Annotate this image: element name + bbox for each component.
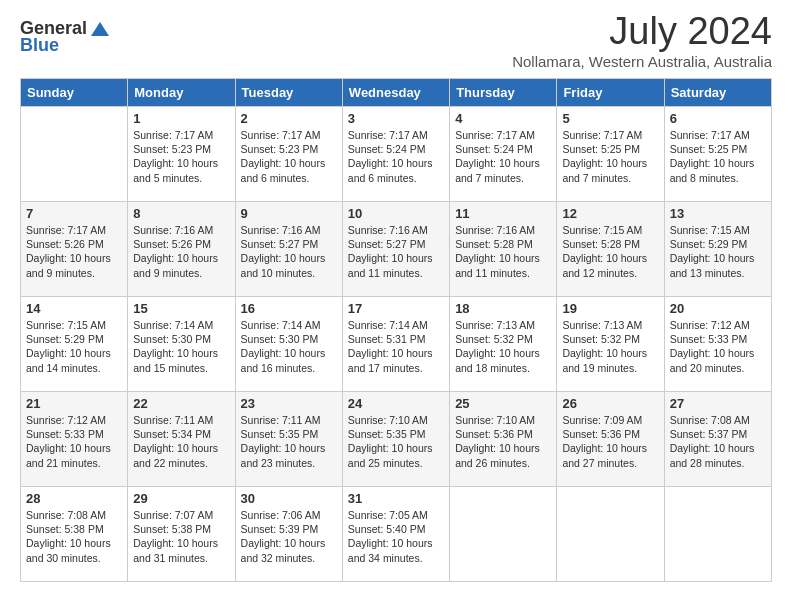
day-number: 7	[26, 206, 122, 221]
day-number: 20	[670, 301, 766, 316]
weekday-header-wednesday: Wednesday	[342, 79, 449, 107]
calendar-cell: 13Sunrise: 7:15 AMSunset: 5:29 PMDayligh…	[664, 202, 771, 297]
calendar-cell: 1Sunrise: 7:17 AMSunset: 5:23 PMDaylight…	[128, 107, 235, 202]
day-number: 8	[133, 206, 229, 221]
calendar-cell: 7Sunrise: 7:17 AMSunset: 5:26 PMDaylight…	[21, 202, 128, 297]
day-info: Sunrise: 7:14 AMSunset: 5:31 PMDaylight:…	[348, 318, 444, 375]
day-number: 17	[348, 301, 444, 316]
day-info: Sunrise: 7:08 AMSunset: 5:38 PMDaylight:…	[26, 508, 122, 565]
day-info: Sunrise: 7:16 AMSunset: 5:27 PMDaylight:…	[348, 223, 444, 280]
day-number: 29	[133, 491, 229, 506]
day-info: Sunrise: 7:12 AMSunset: 5:33 PMDaylight:…	[670, 318, 766, 375]
calendar-cell: 8Sunrise: 7:16 AMSunset: 5:26 PMDaylight…	[128, 202, 235, 297]
calendar-cell: 2Sunrise: 7:17 AMSunset: 5:23 PMDaylight…	[235, 107, 342, 202]
day-info: Sunrise: 7:17 AMSunset: 5:24 PMDaylight:…	[455, 128, 551, 185]
day-number: 25	[455, 396, 551, 411]
calendar-cell: 21Sunrise: 7:12 AMSunset: 5:33 PMDayligh…	[21, 392, 128, 487]
calendar-cell: 4Sunrise: 7:17 AMSunset: 5:24 PMDaylight…	[450, 107, 557, 202]
weekday-header-friday: Friday	[557, 79, 664, 107]
calendar-table: SundayMondayTuesdayWednesdayThursdayFrid…	[20, 78, 772, 582]
calendar-week-row: 1Sunrise: 7:17 AMSunset: 5:23 PMDaylight…	[21, 107, 772, 202]
day-info: Sunrise: 7:12 AMSunset: 5:33 PMDaylight:…	[26, 413, 122, 470]
day-info: Sunrise: 7:14 AMSunset: 5:30 PMDaylight:…	[241, 318, 337, 375]
calendar-cell: 9Sunrise: 7:16 AMSunset: 5:27 PMDaylight…	[235, 202, 342, 297]
calendar-cell: 19Sunrise: 7:13 AMSunset: 5:32 PMDayligh…	[557, 297, 664, 392]
day-info: Sunrise: 7:14 AMSunset: 5:30 PMDaylight:…	[133, 318, 229, 375]
calendar-cell: 31Sunrise: 7:05 AMSunset: 5:40 PMDayligh…	[342, 487, 449, 582]
location-subtitle: Nollamara, Western Australia, Australia	[512, 53, 772, 70]
day-info: Sunrise: 7:05 AMSunset: 5:40 PMDaylight:…	[348, 508, 444, 565]
calendar-cell: 27Sunrise: 7:08 AMSunset: 5:37 PMDayligh…	[664, 392, 771, 487]
calendar-week-row: 28Sunrise: 7:08 AMSunset: 5:38 PMDayligh…	[21, 487, 772, 582]
calendar-cell: 25Sunrise: 7:10 AMSunset: 5:36 PMDayligh…	[450, 392, 557, 487]
logo: General Blue	[20, 10, 113, 56]
day-number: 28	[26, 491, 122, 506]
day-number: 26	[562, 396, 658, 411]
calendar-week-row: 14Sunrise: 7:15 AMSunset: 5:29 PMDayligh…	[21, 297, 772, 392]
header: General Blue July 2024 Nollamara, Wester…	[20, 10, 772, 70]
weekday-header-tuesday: Tuesday	[235, 79, 342, 107]
title-area: July 2024 Nollamara, Western Australia, …	[512, 10, 772, 70]
calendar-cell	[21, 107, 128, 202]
day-number: 31	[348, 491, 444, 506]
calendar-cell: 3Sunrise: 7:17 AMSunset: 5:24 PMDaylight…	[342, 107, 449, 202]
day-info: Sunrise: 7:16 AMSunset: 5:28 PMDaylight:…	[455, 223, 551, 280]
weekday-header-saturday: Saturday	[664, 79, 771, 107]
calendar-cell: 6Sunrise: 7:17 AMSunset: 5:25 PMDaylight…	[664, 107, 771, 202]
month-title: July 2024	[512, 10, 772, 53]
day-info: Sunrise: 7:07 AMSunset: 5:38 PMDaylight:…	[133, 508, 229, 565]
calendar-cell: 24Sunrise: 7:10 AMSunset: 5:35 PMDayligh…	[342, 392, 449, 487]
day-info: Sunrise: 7:11 AMSunset: 5:34 PMDaylight:…	[133, 413, 229, 470]
calendar-cell: 10Sunrise: 7:16 AMSunset: 5:27 PMDayligh…	[342, 202, 449, 297]
day-info: Sunrise: 7:13 AMSunset: 5:32 PMDaylight:…	[455, 318, 551, 375]
day-number: 27	[670, 396, 766, 411]
calendar-cell	[664, 487, 771, 582]
day-info: Sunrise: 7:06 AMSunset: 5:39 PMDaylight:…	[241, 508, 337, 565]
day-number: 11	[455, 206, 551, 221]
day-number: 19	[562, 301, 658, 316]
calendar-cell: 15Sunrise: 7:14 AMSunset: 5:30 PMDayligh…	[128, 297, 235, 392]
calendar-cell: 29Sunrise: 7:07 AMSunset: 5:38 PMDayligh…	[128, 487, 235, 582]
day-number: 14	[26, 301, 122, 316]
weekday-header-monday: Monday	[128, 79, 235, 107]
day-number: 13	[670, 206, 766, 221]
weekday-header-sunday: Sunday	[21, 79, 128, 107]
day-info: Sunrise: 7:13 AMSunset: 5:32 PMDaylight:…	[562, 318, 658, 375]
day-info: Sunrise: 7:10 AMSunset: 5:35 PMDaylight:…	[348, 413, 444, 470]
day-info: Sunrise: 7:17 AMSunset: 5:26 PMDaylight:…	[26, 223, 122, 280]
day-number: 10	[348, 206, 444, 221]
day-info: Sunrise: 7:16 AMSunset: 5:26 PMDaylight:…	[133, 223, 229, 280]
day-number: 22	[133, 396, 229, 411]
day-number: 9	[241, 206, 337, 221]
calendar-header-row: SundayMondayTuesdayWednesdayThursdayFrid…	[21, 79, 772, 107]
day-info: Sunrise: 7:17 AMSunset: 5:24 PMDaylight:…	[348, 128, 444, 185]
calendar-cell: 28Sunrise: 7:08 AMSunset: 5:38 PMDayligh…	[21, 487, 128, 582]
logo-icon	[89, 20, 111, 38]
day-number: 24	[348, 396, 444, 411]
day-number: 4	[455, 111, 551, 126]
day-number: 15	[133, 301, 229, 316]
day-number: 3	[348, 111, 444, 126]
day-number: 5	[562, 111, 658, 126]
day-number: 30	[241, 491, 337, 506]
calendar-cell: 30Sunrise: 7:06 AMSunset: 5:39 PMDayligh…	[235, 487, 342, 582]
day-number: 6	[670, 111, 766, 126]
day-number: 16	[241, 301, 337, 316]
svg-marker-0	[91, 22, 109, 36]
calendar-cell: 12Sunrise: 7:15 AMSunset: 5:28 PMDayligh…	[557, 202, 664, 297]
day-info: Sunrise: 7:10 AMSunset: 5:36 PMDaylight:…	[455, 413, 551, 470]
day-info: Sunrise: 7:17 AMSunset: 5:23 PMDaylight:…	[241, 128, 337, 185]
day-info: Sunrise: 7:15 AMSunset: 5:29 PMDaylight:…	[26, 318, 122, 375]
calendar-cell: 16Sunrise: 7:14 AMSunset: 5:30 PMDayligh…	[235, 297, 342, 392]
day-info: Sunrise: 7:17 AMSunset: 5:25 PMDaylight:…	[670, 128, 766, 185]
weekday-header-thursday: Thursday	[450, 79, 557, 107]
calendar-week-row: 7Sunrise: 7:17 AMSunset: 5:26 PMDaylight…	[21, 202, 772, 297]
day-info: Sunrise: 7:15 AMSunset: 5:28 PMDaylight:…	[562, 223, 658, 280]
calendar-cell	[450, 487, 557, 582]
logo-blue-text: Blue	[20, 35, 59, 56]
calendar-week-row: 21Sunrise: 7:12 AMSunset: 5:33 PMDayligh…	[21, 392, 772, 487]
day-number: 18	[455, 301, 551, 316]
day-info: Sunrise: 7:11 AMSunset: 5:35 PMDaylight:…	[241, 413, 337, 470]
calendar-cell: 20Sunrise: 7:12 AMSunset: 5:33 PMDayligh…	[664, 297, 771, 392]
day-info: Sunrise: 7:09 AMSunset: 5:36 PMDaylight:…	[562, 413, 658, 470]
